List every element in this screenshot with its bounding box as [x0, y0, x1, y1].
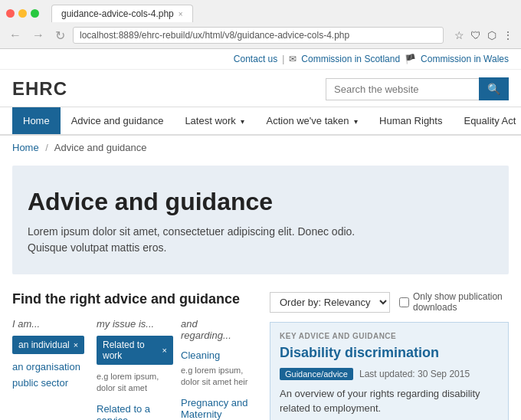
nav-item-human-rights[interactable]: Human Rights	[369, 107, 453, 134]
nav-item-action[interactable]: Action we've taken ▾	[255, 107, 369, 134]
filter-col1-label: I am...	[12, 318, 89, 330]
filter-cleaning-sub: e.g lorem ipsum,dolor sit amet heir	[181, 365, 250, 387]
breadcrumb-current: Advice and guidance	[54, 142, 147, 153]
nav-item-equality-act[interactable]: Equality Act	[453, 107, 521, 134]
filter-link-organisation[interactable]: an organisation	[12, 359, 89, 375]
hero-title: Advice and guidance	[28, 187, 493, 216]
filter-columns: I am... an individual × an organisation …	[12, 318, 257, 420]
browser-icon-bar: ☆ 🛡 ⬡ ⋮	[453, 29, 515, 41]
address-bar[interactable]	[73, 27, 444, 44]
menu-icon[interactable]: ⋮	[501, 29, 515, 41]
wales-flag-icon: 🏴	[405, 54, 416, 64]
site-wrapper: Contact us | ✉ Commission in Scotland 🏴 …	[0, 49, 521, 420]
filter-col2-label: my issue is...	[97, 318, 173, 330]
card1-description: An overview of your rights regarding dis…	[280, 386, 499, 416]
filter-tag-work[interactable]: Related to work ×	[97, 336, 173, 365]
filter-col3-label: and regarding...	[181, 318, 250, 341]
nav-item-latest-work[interactable]: Latest work ▾	[174, 107, 255, 134]
results-controls: Order by: Relevancy Date Title Only show…	[270, 291, 509, 313]
filter-item-cleaning: Cleaning e.g lorem ipsum,dolor sit amet …	[181, 347, 250, 387]
contact-us-link[interactable]: Contact us	[234, 54, 277, 64]
traffic-lights	[6, 9, 39, 18]
search-button[interactable]: 🔍	[479, 77, 509, 100]
utility-bar: Contact us | ✉ Commission in Scotland 🏴 …	[0, 49, 521, 70]
filter-item-work: Related to work × e.g lorem ipsum,dolor …	[97, 336, 173, 393]
nav-item-home[interactable]: Home	[12, 107, 61, 134]
nav-item-advice[interactable]: Advice and guidance	[61, 107, 175, 134]
hero-description: Lorem ipsum dolor sit amet, consectetuer…	[28, 224, 493, 256]
hero-section: Advice and guidance Lorem ipsum dolor si…	[12, 166, 509, 274]
bookmark-icon[interactable]: ☆	[453, 29, 466, 41]
filter-col-regarding: and regarding... Cleaning e.g lorem ipsu…	[181, 318, 257, 420]
filter-tag-work-label: Related to work	[103, 340, 159, 361]
utility-separator: |	[282, 54, 284, 64]
extensions-icon[interactable]: ⬡	[486, 29, 498, 41]
publication-filter-checkbox[interactable]	[399, 297, 409, 307]
forward-button[interactable]: →	[29, 28, 48, 42]
main-content: Find the right advice and guidance I am.…	[0, 281, 521, 420]
filter-tag-work-remove-icon[interactable]: ×	[162, 346, 167, 355]
card1-meta: Guidance/advice Last updated: 30 Sep 201…	[280, 368, 499, 380]
card1-title-link[interactable]: Disability discrimination	[280, 345, 499, 362]
filter-link-cleaning[interactable]: Cleaning	[181, 347, 250, 363]
filter-work-sub: e.g lorem ipsum,dolor sit amet	[97, 371, 173, 393]
reload-button[interactable]: ↻	[52, 28, 68, 43]
nav-list: Home Advice and guidance Latest work ▾ A…	[12, 107, 509, 134]
filter-link-pregnancy[interactable]: Pregnancy and Maternity	[181, 395, 250, 420]
card1-date: Last updated: 30 Sep 2015	[359, 369, 470, 379]
card1-badge: Guidance/advice	[280, 368, 353, 380]
filter-section-title: Find the right advice and guidance	[12, 291, 257, 307]
close-window-button[interactable]	[6, 9, 15, 18]
left-filters: Find the right advice and guidance I am.…	[12, 291, 257, 420]
caret-icon-2: ▾	[354, 117, 358, 126]
wales-link[interactable]: Commission in Wales	[421, 54, 509, 64]
order-select[interactable]: Order by: Relevancy Date Title	[270, 292, 390, 313]
publication-filter-label[interactable]: Only show publication downloads	[399, 291, 509, 313]
filter-item-service: Related to a service e.g lorem ipsum,dol…	[97, 401, 173, 420]
filter-tag-label: an individual	[18, 340, 70, 350]
breadcrumb-home-link[interactable]: Home	[12, 142, 39, 153]
tab-title: guidance-advice-cols-4.php	[61, 8, 174, 19]
main-nav: Home Advice and guidance Latest work ▾ A…	[0, 107, 521, 136]
browser-chrome: guidance-advice-cols-4.php × ← → ↻ ☆ 🛡 ⬡…	[0, 0, 521, 49]
card1-section-label: KEY ADVICE AND GUIDANCE	[280, 332, 499, 340]
search-form: 🔍	[326, 77, 509, 100]
filter-item-pregnancy: Pregnancy and Maternity e.g pregnancy,ma…	[181, 395, 250, 420]
shield-icon[interactable]: 🛡	[469, 29, 483, 41]
browser-controls: ← → ↻ ☆ 🛡 ⬡ ⋮	[6, 27, 515, 44]
publication-filter-text: Only show publication downloads	[413, 291, 509, 313]
filter-col-issue: my issue is... Related to work × e.g lor…	[97, 318, 181, 420]
caret-icon: ▾	[241, 117, 244, 126]
back-button[interactable]: ←	[6, 28, 25, 42]
search-input[interactable]	[326, 78, 479, 100]
breadcrumb: Home / Advice and guidance	[0, 136, 521, 159]
filter-link-public-sector[interactable]: public sector	[12, 375, 89, 391]
scotland-link[interactable]: Commission in Scotland	[301, 54, 400, 64]
filter-col-iam: I am... an individual × an organisation …	[12, 318, 97, 420]
site-header: EHRC 🔍	[0, 70, 521, 107]
browser-tab[interactable]: guidance-advice-cols-4.php ×	[51, 5, 193, 22]
tab-close-button[interactable]: ×	[179, 10, 183, 18]
minimize-window-button[interactable]	[18, 9, 27, 18]
filter-tag-individual[interactable]: an individual ×	[12, 336, 84, 354]
result-card-1: KEY ADVICE AND GUIDANCE Disability discr…	[270, 322, 509, 420]
filter-tag-remove-icon[interactable]: ×	[74, 340, 78, 349]
filter-link-service[interactable]: Related to a service	[97, 401, 173, 420]
scotland-flag-icon: ✉	[289, 54, 297, 64]
maximize-window-button[interactable]	[31, 9, 39, 18]
breadcrumb-separator: /	[45, 142, 48, 153]
tab-bar: guidance-advice-cols-4.php ×	[6, 5, 515, 22]
site-logo[interactable]: EHRC	[12, 78, 67, 100]
right-results: Order by: Relevancy Date Title Only show…	[270, 291, 509, 420]
